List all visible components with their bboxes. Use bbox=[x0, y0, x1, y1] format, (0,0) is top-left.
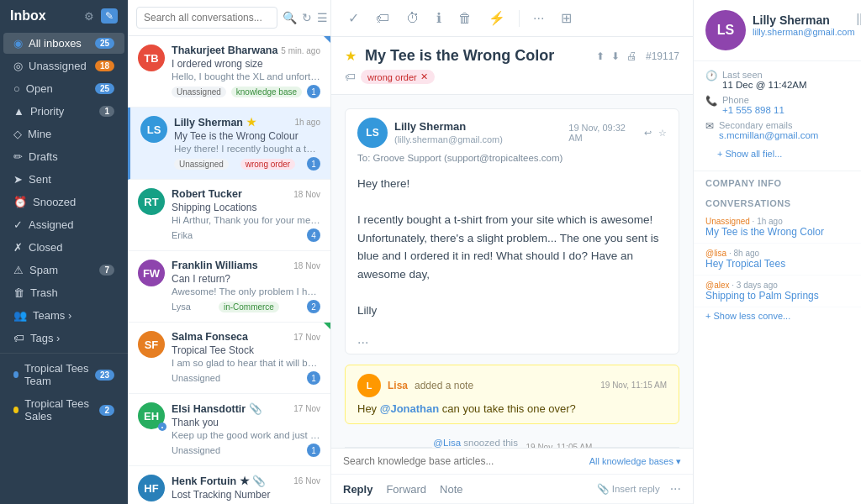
sidebar-item-spam[interactable]: ⚠ Spam 7 bbox=[3, 260, 124, 281]
widget-icon[interactable]: ⊞ bbox=[557, 7, 575, 29]
list-item[interactable]: LS Lilly Sherman ★ 1h ago My Tee is the … bbox=[128, 108, 330, 180]
kb-search-input[interactable] bbox=[343, 455, 589, 467]
reply-more-button[interactable]: ··· bbox=[670, 481, 681, 496]
conversations-panel-item[interactable]: @lisa · 8h ago Hey Tropical Tees bbox=[694, 244, 861, 276]
sidebar-item-all-inboxes[interactable]: ◉ All inboxes 25 bbox=[3, 33, 124, 54]
conv-time: 18 Nov bbox=[293, 261, 320, 270]
sidebar-item-snoozed-label: Snoozed bbox=[33, 196, 76, 208]
star-icon[interactable]: ★ bbox=[345, 48, 357, 64]
conv-panel-meta: @alex · 3 days ago bbox=[705, 281, 849, 290]
conv-sender-name: Lilly Sherman ★ bbox=[174, 116, 256, 129]
conv-panel-title[interactable]: Shipping to Palm Springs bbox=[705, 290, 849, 302]
sidebar-item-assigned[interactable]: ✓ Assigned bbox=[3, 214, 124, 235]
check-icon[interactable]: ✓ bbox=[345, 7, 362, 29]
insert-reply-button[interactable]: 📎 Insert reply bbox=[597, 483, 660, 495]
conversation-list: 🔍 ↻ ☰ TB Thakurjeet Bharwana 5 min. ago … bbox=[128, 0, 331, 504]
conv-subject: My Tee is the Wrong Colour bbox=[174, 130, 320, 142]
open-icon: ○ bbox=[13, 82, 20, 95]
reply-icon[interactable]: ↩ bbox=[644, 128, 652, 139]
conv-subject: Shipping Locations bbox=[172, 202, 320, 213]
conversation-tag-pill[interactable]: wrong order ✕ bbox=[361, 70, 435, 84]
secondary-email-value[interactable]: s.mcmillan@gmail.com bbox=[719, 130, 818, 140]
kb-dropdown[interactable]: All knowledge bases ▾ bbox=[589, 456, 681, 467]
list-item[interactable]: EH • Elsi Hansdottir 📎 17 Nov Thank you … bbox=[128, 394, 330, 466]
conv-panel-title[interactable]: Hey Tropical Tees bbox=[705, 258, 849, 270]
phone-value[interactable]: +1 555 898 11 bbox=[722, 105, 784, 115]
list-item[interactable]: SF Salma Fonseca 17 Nov Tropical Tee Sto… bbox=[128, 323, 330, 394]
search-input[interactable] bbox=[136, 7, 277, 29]
sidebar-item-open-label: Open bbox=[26, 82, 53, 95]
conversation-items: TB Thakurjeet Bharwana 5 min. ago I orde… bbox=[128, 36, 330, 504]
message-date: 19 Nov, 09:32 AM bbox=[568, 123, 637, 143]
sort-icon[interactable]: ☰ bbox=[317, 11, 328, 24]
sort-down-icon[interactable]: ⬇ bbox=[611, 50, 620, 62]
right-panel: LS Lilly Sherman lilly.sherman@gmail.com… bbox=[693, 0, 861, 504]
avatar: SF bbox=[138, 331, 165, 358]
conversations-panel-item[interactable]: Unassigned · 1h ago My Tee is the Wrong … bbox=[694, 212, 861, 244]
sidebar-item-trash[interactable]: 🗑 Trash bbox=[3, 282, 124, 303]
sidebar-item-priority[interactable]: ▲ Priority 1 bbox=[3, 101, 124, 122]
sidebar-item-mine-label: Mine bbox=[28, 128, 51, 140]
timer-icon[interactable]: ⏱ bbox=[403, 8, 423, 29]
sort-up-icon[interactable]: ⬆ bbox=[596, 50, 605, 62]
conv-time: 18 Nov bbox=[293, 190, 320, 199]
mine-icon: ◇ bbox=[13, 128, 22, 140]
sidebar-item-snoozed[interactable]: ⏰ Snoozed bbox=[3, 192, 124, 213]
conversations-panel-item[interactable]: @alex · 3 days ago Shipping to Palm Spri… bbox=[694, 276, 861, 307]
list-item[interactable]: HF Henk Fortuin ★ 📎 16 Nov Lost Tracking… bbox=[128, 466, 330, 504]
conv-assignee: Unassigned bbox=[172, 373, 220, 383]
info-icon[interactable]: ℹ bbox=[433, 7, 445, 29]
sidebar-item-unassigned-label: Unassigned bbox=[29, 60, 87, 72]
right-panel-toggle[interactable]: ||| bbox=[855, 10, 861, 27]
sender-email: (lilly.sherman@gmail.com) bbox=[394, 134, 503, 144]
list-item[interactable]: FW Franklin Williams 18 Nov Can I return… bbox=[128, 251, 330, 323]
sidebar-header-icons: ⚙ ✎ bbox=[84, 8, 118, 24]
sidebar-item-mine[interactable]: ◇ Mine bbox=[3, 123, 124, 144]
kb-search-bar: All knowledge bases ▾ bbox=[331, 449, 693, 475]
list-item[interactable]: TB Thakurjeet Bharwana 5 min. ago I orde… bbox=[128, 36, 330, 108]
avatar: TB bbox=[138, 45, 165, 71]
show-all-fields-link[interactable]: + Show all fiel... bbox=[705, 145, 849, 162]
tropical-tees-sales-badge: 2 bbox=[99, 405, 114, 416]
message-ellipsis[interactable]: ··· bbox=[346, 332, 679, 354]
sidebar-item-teams-label: Teams › bbox=[33, 309, 71, 322]
activity-text: @Lisa snoozed this conversation bbox=[432, 438, 520, 448]
sidebar-item-unassigned[interactable]: ◎ Unassigned 18 bbox=[3, 55, 124, 76]
search-icon[interactable]: 🔍 bbox=[283, 11, 297, 24]
conv-panel-title[interactable]: My Tee is the Wrong Color bbox=[705, 226, 849, 238]
search-bar: 🔍 ↻ ☰ bbox=[128, 0, 330, 36]
sidebar-item-sent[interactable]: ➤ Sent bbox=[3, 169, 124, 190]
tab-reply[interactable]: Reply bbox=[343, 483, 372, 496]
sidebar-item-tropical-tees-sales[interactable]: Tropical Tees Sales 2 bbox=[3, 393, 124, 427]
sidebar-item-closed[interactable]: ✗ Closed bbox=[3, 237, 124, 258]
merge-icon[interactable]: ⚡ bbox=[485, 7, 509, 29]
conv-preview: Awesome! The only problem I have i... bbox=[172, 286, 320, 297]
settings-icon[interactable]: ⚙ bbox=[84, 10, 94, 23]
sidebar-item-open[interactable]: ○ Open 25 bbox=[3, 78, 124, 99]
list-item[interactable]: RT Robert Tucker 18 Nov Shipping Locatio… bbox=[128, 180, 330, 251]
compose-icon[interactable]: ✎ bbox=[101, 8, 118, 24]
star-message-icon[interactable]: ☆ bbox=[658, 128, 667, 139]
more-icon[interactable]: ··· bbox=[530, 8, 547, 29]
contact-email[interactable]: lilly.sherman@gmail.com bbox=[753, 27, 855, 37]
tab-forward[interactable]: Forward bbox=[386, 483, 426, 496]
sidebar-item-drafts[interactable]: ✏ Drafts bbox=[3, 146, 124, 167]
conv-sender-name: Thakurjeet Bharwana bbox=[172, 45, 277, 56]
tab-note[interactable]: Note bbox=[440, 483, 462, 496]
chevron-down-icon: ▾ bbox=[676, 456, 681, 467]
sidebar-item-teams[interactable]: 👥 Teams › bbox=[3, 305, 124, 326]
sidebar-item-tropical-tees-team[interactable]: Tropical Tees Team 23 bbox=[3, 358, 124, 391]
refresh-icon[interactable]: ↻ bbox=[302, 11, 312, 24]
conv-unread-count: 1 bbox=[307, 444, 320, 457]
delete-icon[interactable]: 🗑 bbox=[455, 8, 475, 29]
print-icon[interactable]: 🖨 bbox=[626, 50, 637, 62]
conv-sender-name: Henk Fortuin ★ 📎 bbox=[172, 475, 266, 487]
online-indicator: • bbox=[158, 423, 166, 431]
tag-remove-icon[interactable]: ✕ bbox=[420, 71, 428, 82]
tag-icon[interactable]: 🏷 bbox=[372, 8, 393, 29]
main-content: ✓ 🏷 ⏱ ℹ 🗑 ⚡ ··· ⊞ ★ My Tee is the Wrong … bbox=[331, 0, 693, 504]
sidebar-item-tags-label: Tags › bbox=[30, 332, 60, 344]
snoozed-icon: ⏰ bbox=[13, 196, 27, 208]
sidebar-item-tags[interactable]: 🏷 Tags › bbox=[3, 328, 124, 349]
show-less-conversations-link[interactable]: + Show less conve... bbox=[694, 307, 861, 324]
